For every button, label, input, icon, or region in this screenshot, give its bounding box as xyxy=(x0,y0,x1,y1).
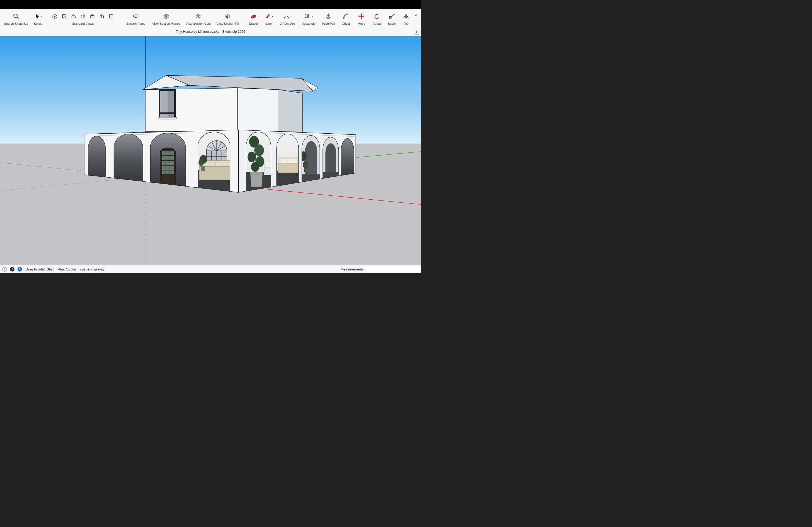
two-point-arc-button[interactable]: ▾ 2 Point Arc xyxy=(277,12,298,25)
chevron-down-icon: ▾ xyxy=(290,15,292,18)
second-storey xyxy=(143,75,318,132)
viewport-canvas[interactable] xyxy=(0,36,421,265)
view-section-planes-button[interactable]: View Section Planes xyxy=(150,12,182,25)
eraser-tool-button[interactable]: Eraser xyxy=(246,12,260,25)
chevron-down-icon: ▾ xyxy=(272,15,273,18)
tool-label: Line xyxy=(266,22,272,25)
toolbar-row: Search SketchUp ▾ Select xyxy=(0,9,421,28)
arc-icon xyxy=(283,13,289,19)
offset-tool-button[interactable]: Offset xyxy=(339,12,353,25)
flip-tool-button[interactable]: Flip xyxy=(401,12,411,25)
chevron-down-icon: ▾ xyxy=(311,15,313,18)
standard-views-group: Standard Views xyxy=(49,12,117,25)
svg-text:?: ? xyxy=(19,268,21,271)
view-iso-icon[interactable] xyxy=(52,13,58,19)
section-plane-icon xyxy=(132,12,139,21)
push-pull-icon xyxy=(325,12,332,21)
tool-label: View Section Planes xyxy=(152,22,180,25)
upper-window xyxy=(158,89,176,119)
rotate-icon xyxy=(374,12,380,21)
tool-label: Standard Views xyxy=(72,22,94,25)
tool-label: Section Plane xyxy=(127,22,146,25)
view-section-cuts-button[interactable]: View Section Cuts xyxy=(183,12,213,25)
arch-opening xyxy=(341,138,354,176)
tool-label: Rotate xyxy=(373,22,381,25)
chevron-down-icon: ▾ xyxy=(41,15,42,18)
scale-tool-button[interactable]: Scale xyxy=(386,12,398,25)
entry-door xyxy=(160,148,176,185)
toolbar-overflow-button[interactable]: » xyxy=(414,12,417,18)
tool-label: 2 Point Arc xyxy=(280,22,295,25)
add-panel-button[interactable]: + xyxy=(414,29,419,35)
search-sketchup-button[interactable]: Search SketchUp xyxy=(2,12,30,25)
help-icon[interactable]: ? xyxy=(17,267,22,272)
measurements-label: Measurements xyxy=(340,267,364,271)
sketchup-window: Search SketchUp ▾ Select xyxy=(0,0,421,273)
tool-label: View Section Cuts xyxy=(186,22,211,25)
menu-bar[interactable] xyxy=(0,0,421,9)
offset-icon xyxy=(342,12,349,21)
view-front-icon[interactable] xyxy=(71,13,76,19)
select-tool-button[interactable]: ▾ Select xyxy=(31,12,46,25)
status-bar: i ? Drag to orbit. Shift = Pan, Option =… xyxy=(0,265,421,273)
line-tool-button[interactable]: ▾ Line xyxy=(262,12,276,25)
tool-label: Push/Pull xyxy=(322,22,335,25)
flip-icon xyxy=(403,12,409,21)
model-viewport[interactable] xyxy=(0,36,421,265)
svg-text:i: i xyxy=(12,268,13,271)
push-pull-button[interactable]: Push/Pull xyxy=(320,12,337,25)
title-row: Tiny House by Lili orosco.skp - SketchUp… xyxy=(0,28,421,35)
view-top-icon[interactable] xyxy=(61,13,67,19)
view-left-icon[interactable] xyxy=(99,13,105,19)
tool-label: Select xyxy=(34,22,42,25)
arch-opening xyxy=(88,136,105,177)
tool-label: Offset xyxy=(342,22,350,25)
view-bottom-icon[interactable] xyxy=(108,13,114,19)
move-icon xyxy=(358,12,365,21)
rotate-tool-button[interactable]: Rotate xyxy=(370,12,384,25)
section-cuts-cube-icon xyxy=(195,12,202,21)
rectangle-icon xyxy=(304,13,311,19)
eraser-icon xyxy=(250,12,257,21)
toolbar: Search SketchUp ▾ Select xyxy=(0,9,421,36)
scale-icon xyxy=(388,12,395,21)
status-hint: Drag to orbit. Shift = Pan, Option = sus… xyxy=(26,267,105,271)
measurements-input[interactable] xyxy=(366,267,421,272)
section-plane-button[interactable]: Section Plane xyxy=(124,12,148,25)
view-right-icon[interactable] xyxy=(80,13,86,19)
tool-label: Rectangle xyxy=(302,22,316,25)
rectangle-tool-button[interactable]: ▾ Rectangle xyxy=(298,12,319,25)
view-section-fill-button[interactable]: View Section Fill xyxy=(214,12,242,25)
arch-opening xyxy=(114,134,143,181)
section-planes-cube-icon xyxy=(163,12,170,21)
move-tool-button[interactable]: Move xyxy=(355,12,368,25)
tool-label: Scale xyxy=(388,22,396,25)
tool-label: Flip xyxy=(404,22,409,25)
info-icon[interactable]: i xyxy=(10,267,15,272)
view-back-icon[interactable] xyxy=(89,13,95,19)
person-status-icon[interactable] xyxy=(2,267,7,272)
tool-label: Move xyxy=(358,22,365,25)
tool-label: View Section Fill xyxy=(216,22,239,25)
cursor-icon xyxy=(34,13,40,19)
tool-label: Search SketchUp xyxy=(4,22,28,25)
pencil-icon xyxy=(264,13,271,19)
search-icon xyxy=(13,12,19,21)
section-fill-cube-icon xyxy=(224,12,231,21)
document-title: Tiny House by Lili orosco.skp - SketchUp… xyxy=(176,30,245,33)
tool-label: Eraser xyxy=(249,22,258,25)
